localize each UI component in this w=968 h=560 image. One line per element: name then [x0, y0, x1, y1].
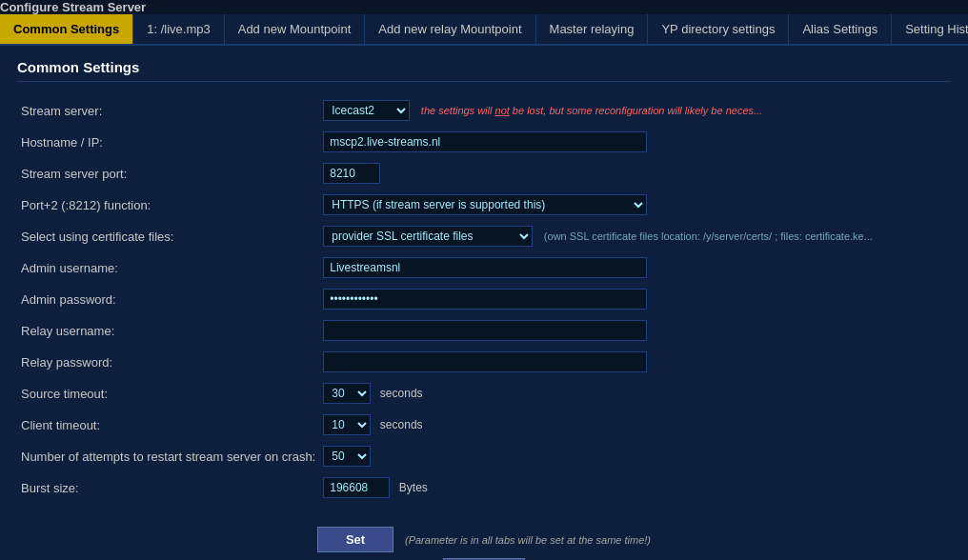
tab-master-relaying[interactable]: Master relaying — [536, 14, 649, 44]
source-timeout-unit: seconds — [380, 387, 423, 400]
tab-alias-settings[interactable]: Alias Settings — [789, 14, 892, 44]
source-timeout-label: Source timeout: — [17, 378, 319, 410]
port-plus2-label: Port+2 (:8212) function: — [17, 190, 319, 221]
admin-pass-label: Admin password: — [17, 284, 319, 315]
cert-label: Select using certificate files: — [17, 221, 319, 252]
cert-hint: (own SSL certificate files location: /y/… — [544, 230, 873, 242]
cert-select[interactable]: provider SSL certificate files own SSL c… — [323, 226, 533, 247]
stream-server-label: Stream server: — [17, 95, 319, 127]
port-plus2-select[interactable]: HTTPS (if stream server is supported thi… — [323, 194, 647, 215]
tab-bar: Common Settings 1: /live.mp3 Add new Mou… — [0, 14, 968, 46]
source-timeout-select[interactable]: 30 — [323, 383, 371, 404]
hostname-label: Hostname / IP: — [17, 127, 319, 158]
admin-user-label: Admin username: — [17, 252, 319, 284]
burst-size-unit: Bytes — [399, 481, 428, 494]
set-button[interactable]: Set — [317, 527, 393, 552]
client-timeout-select[interactable]: 10 — [323, 414, 371, 435]
stream-port-input[interactable] — [323, 163, 380, 184]
hostname-input[interactable] — [323, 131, 647, 152]
tab-add-mountpoint[interactable]: Add new Mountpoint — [225, 14, 366, 44]
button-row: Set (Parameter is in all tabs will be se… — [17, 527, 951, 560]
page-title: Configure Stream Server — [0, 0, 968, 14]
admin-user-input[interactable] — [323, 257, 647, 278]
restart-attempts-label: Number of attempts to restart stream ser… — [17, 441, 319, 472]
relay-user-label: Relay username: — [17, 315, 319, 347]
stream-port-label: Stream server port: — [17, 158, 319, 190]
tab-common-settings[interactable]: Common Settings — [0, 14, 133, 44]
burst-size-label: Burst size: — [17, 472, 319, 504]
settings-form: Stream server: Icecast2 Shoutcast1 Shout… — [17, 95, 951, 504]
stream-server-select[interactable]: Icecast2 Shoutcast1 Shoutcast2 — [323, 100, 410, 121]
relay-pass-input[interactable] — [323, 351, 647, 372]
tab-setting-history[interactable]: Setting History — [892, 14, 968, 44]
relay-user-input[interactable] — [323, 320, 647, 341]
tab-live-mp3[interactable]: 1: /live.mp3 — [133, 14, 224, 44]
tab-yp-directory[interactable]: YP directory settings — [648, 14, 789, 44]
burst-size-input[interactable] — [323, 477, 390, 498]
client-timeout-unit: seconds — [380, 418, 423, 431]
stream-server-hint: the settings will not be lost, but some … — [421, 105, 762, 116]
tab-add-relay-mountpoint[interactable]: Add new relay Mountpoint — [365, 14, 535, 44]
client-timeout-label: Client timeout: — [17, 410, 319, 441]
restart-attempts-select[interactable]: 50 — [323, 446, 371, 467]
section-title: Common Settings — [17, 59, 951, 82]
set-hint: (Parameter is in all tabs will be set at… — [405, 534, 651, 546]
relay-pass-label: Relay password: — [17, 347, 319, 378]
admin-pass-input[interactable] — [323, 289, 647, 310]
